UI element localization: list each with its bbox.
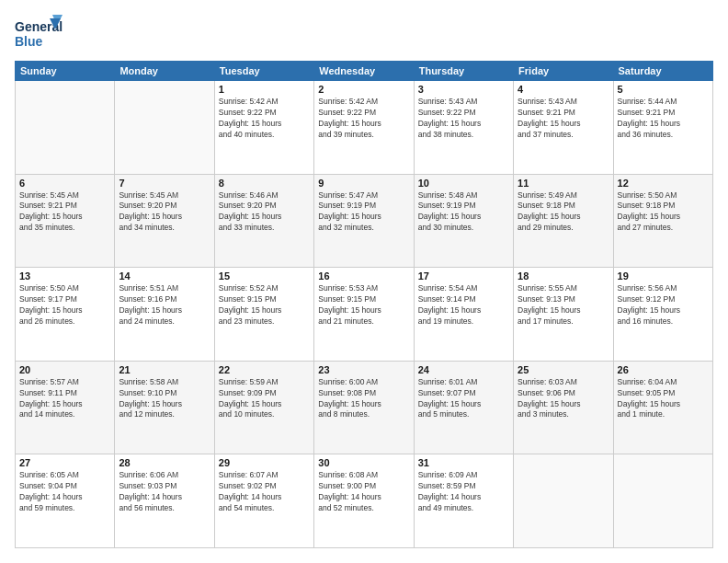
calendar-cell: 8Sunrise: 5:46 AM Sunset: 9:20 PM Daylig…: [214, 174, 313, 268]
day-info: Sunrise: 5:58 AM Sunset: 9:10 PM Dayligh…: [119, 377, 210, 421]
day-number: 26: [618, 364, 709, 375]
calendar-cell: 31Sunrise: 6:09 AM Sunset: 8:59 PM Dayli…: [414, 454, 513, 548]
calendar-header: SundayMondayTuesdayWednesdayThursdayFrid…: [16, 62, 713, 81]
calendar-cell: 30Sunrise: 6:08 AM Sunset: 9:00 PM Dayli…: [314, 454, 414, 548]
calendar-cell: 2Sunrise: 5:42 AM Sunset: 9:22 PM Daylig…: [314, 81, 414, 175]
calendar-cell: [514, 454, 613, 548]
calendar-cell: 13Sunrise: 5:50 AM Sunset: 9:17 PM Dayli…: [16, 268, 115, 362]
calendar-week-2: 6Sunrise: 5:45 AM Sunset: 9:21 PM Daylig…: [16, 174, 713, 268]
day-number: 5: [618, 84, 709, 95]
day-info: Sunrise: 5:42 AM Sunset: 9:22 PM Dayligh…: [219, 97, 310, 141]
day-info: Sunrise: 5:44 AM Sunset: 9:21 PM Dayligh…: [618, 97, 709, 141]
calendar-cell: 3Sunrise: 5:43 AM Sunset: 9:22 PM Daylig…: [414, 81, 513, 175]
day-info: Sunrise: 5:47 AM Sunset: 9:19 PM Dayligh…: [318, 190, 409, 235]
calendar-cell: [16, 81, 115, 175]
calendar-cell: 15Sunrise: 5:52 AM Sunset: 9:15 PM Dayli…: [214, 268, 313, 362]
calendar-cell: 4Sunrise: 5:43 AM Sunset: 9:21 PM Daylig…: [514, 81, 613, 175]
day-info: Sunrise: 6:04 AM Sunset: 9:05 PM Dayligh…: [618, 377, 709, 421]
day-number: 8: [219, 178, 310, 189]
day-info: Sunrise: 5:52 AM Sunset: 9:15 PM Dayligh…: [219, 283, 310, 327]
weekday-header-monday: Monday: [115, 62, 214, 81]
day-number: 31: [418, 457, 509, 468]
calendar-week-3: 13Sunrise: 5:50 AM Sunset: 9:17 PM Dayli…: [16, 268, 713, 362]
day-number: 17: [418, 270, 509, 282]
day-number: 15: [219, 270, 310, 282]
calendar-cell: 19Sunrise: 5:56 AM Sunset: 9:12 PM Dayli…: [613, 268, 712, 362]
svg-text:Blue: Blue: [15, 34, 43, 49]
calendar-cell: 17Sunrise: 5:54 AM Sunset: 9:14 PM Dayli…: [414, 268, 513, 362]
day-info: Sunrise: 5:45 AM Sunset: 9:20 PM Dayligh…: [119, 190, 210, 235]
day-info: Sunrise: 5:57 AM Sunset: 9:11 PM Dayligh…: [19, 377, 110, 421]
day-number: 30: [318, 457, 409, 468]
day-info: Sunrise: 6:07 AM Sunset: 9:02 PM Dayligh…: [219, 470, 310, 514]
day-info: Sunrise: 5:43 AM Sunset: 9:22 PM Dayligh…: [418, 97, 509, 141]
calendar-week-4: 20Sunrise: 5:57 AM Sunset: 9:11 PM Dayli…: [16, 361, 713, 454]
day-number: 10: [418, 178, 509, 189]
logo: GeneralBlue: [15, 15, 63, 52]
day-info: Sunrise: 5:43 AM Sunset: 9:21 PM Dayligh…: [518, 97, 609, 141]
day-info: Sunrise: 5:54 AM Sunset: 9:14 PM Dayligh…: [418, 283, 509, 327]
day-info: Sunrise: 6:05 AM Sunset: 9:04 PM Dayligh…: [19, 470, 110, 514]
day-number: 1: [219, 84, 310, 95]
day-info: Sunrise: 6:01 AM Sunset: 9:07 PM Dayligh…: [418, 377, 509, 421]
day-number: 16: [318, 270, 409, 282]
day-number: 7: [119, 178, 210, 189]
day-info: Sunrise: 5:42 AM Sunset: 9:22 PM Dayligh…: [318, 97, 409, 141]
calendar-week-1: 1Sunrise: 5:42 AM Sunset: 9:22 PM Daylig…: [16, 81, 713, 175]
day-info: Sunrise: 6:08 AM Sunset: 9:00 PM Dayligh…: [318, 470, 409, 514]
calendar-cell: 16Sunrise: 5:53 AM Sunset: 9:15 PM Dayli…: [314, 268, 414, 362]
calendar-week-5: 27Sunrise: 6:05 AM Sunset: 9:04 PM Dayli…: [16, 454, 713, 548]
calendar-cell: [613, 454, 712, 548]
day-number: 14: [119, 270, 210, 282]
day-info: Sunrise: 5:51 AM Sunset: 9:16 PM Dayligh…: [119, 283, 210, 327]
calendar-cell: 9Sunrise: 5:47 AM Sunset: 9:19 PM Daylig…: [314, 174, 414, 268]
day-info: Sunrise: 5:45 AM Sunset: 9:21 PM Dayligh…: [19, 190, 110, 235]
day-number: 12: [618, 178, 709, 189]
calendar-cell: 1Sunrise: 5:42 AM Sunset: 9:22 PM Daylig…: [214, 81, 313, 175]
day-number: 4: [518, 84, 609, 95]
day-number: 3: [418, 84, 509, 95]
day-number: 2: [318, 84, 409, 95]
calendar-cell: 14Sunrise: 5:51 AM Sunset: 9:16 PM Dayli…: [115, 268, 214, 362]
day-info: Sunrise: 6:06 AM Sunset: 9:03 PM Dayligh…: [119, 470, 210, 514]
day-number: 11: [518, 178, 609, 189]
calendar-cell: 12Sunrise: 5:50 AM Sunset: 9:18 PM Dayli…: [613, 174, 712, 268]
day-number: 27: [19, 457, 110, 468]
weekday-header-saturday: Saturday: [613, 62, 712, 81]
calendar-cell: 6Sunrise: 5:45 AM Sunset: 9:21 PM Daylig…: [16, 174, 115, 268]
day-number: 21: [119, 364, 210, 375]
day-info: Sunrise: 5:53 AM Sunset: 9:15 PM Dayligh…: [318, 283, 409, 327]
weekday-header-row: SundayMondayTuesdayWednesdayThursdayFrid…: [16, 62, 713, 81]
day-info: Sunrise: 6:03 AM Sunset: 9:06 PM Dayligh…: [518, 377, 609, 421]
day-info: Sunrise: 5:55 AM Sunset: 9:13 PM Dayligh…: [518, 283, 609, 327]
day-info: Sunrise: 5:46 AM Sunset: 9:20 PM Dayligh…: [219, 190, 310, 235]
day-number: 19: [618, 270, 709, 282]
calendar-cell: 22Sunrise: 5:59 AM Sunset: 9:09 PM Dayli…: [214, 361, 313, 454]
day-info: Sunrise: 5:59 AM Sunset: 9:09 PM Dayligh…: [219, 377, 310, 421]
calendar-cell: 29Sunrise: 6:07 AM Sunset: 9:02 PM Dayli…: [214, 454, 313, 548]
weekday-header-friday: Friday: [514, 62, 613, 81]
calendar-cell: 5Sunrise: 5:44 AM Sunset: 9:21 PM Daylig…: [613, 81, 712, 175]
day-number: 13: [19, 270, 110, 282]
calendar-cell: 27Sunrise: 6:05 AM Sunset: 9:04 PM Dayli…: [16, 454, 115, 548]
day-info: Sunrise: 5:56 AM Sunset: 9:12 PM Dayligh…: [618, 283, 709, 327]
calendar-cell: 26Sunrise: 6:04 AM Sunset: 9:05 PM Dayli…: [613, 361, 712, 454]
day-info: Sunrise: 5:50 AM Sunset: 9:18 PM Dayligh…: [618, 190, 709, 235]
day-number: 25: [518, 364, 609, 375]
day-number: 24: [418, 364, 509, 375]
day-number: 23: [318, 364, 409, 375]
calendar-cell: 23Sunrise: 6:00 AM Sunset: 9:08 PM Dayli…: [314, 361, 414, 454]
calendar-cell: 18Sunrise: 5:55 AM Sunset: 9:13 PM Dayli…: [514, 268, 613, 362]
day-number: 6: [19, 178, 110, 189]
day-info: Sunrise: 6:09 AM Sunset: 8:59 PM Dayligh…: [418, 470, 509, 514]
day-number: 18: [518, 270, 609, 282]
calendar-body: 1Sunrise: 5:42 AM Sunset: 9:22 PM Daylig…: [16, 81, 713, 548]
page-header: GeneralBlue: [15, 15, 713, 52]
calendar-cell: 11Sunrise: 5:49 AM Sunset: 9:18 PM Dayli…: [514, 174, 613, 268]
calendar-table: SundayMondayTuesdayWednesdayThursdayFrid…: [15, 61, 713, 548]
calendar-cell: [115, 81, 214, 175]
calendar-cell: 25Sunrise: 6:03 AM Sunset: 9:06 PM Dayli…: [514, 361, 613, 454]
calendar-cell: 10Sunrise: 5:48 AM Sunset: 9:19 PM Dayli…: [414, 174, 513, 268]
day-number: 22: [219, 364, 310, 375]
day-number: 29: [219, 457, 310, 468]
